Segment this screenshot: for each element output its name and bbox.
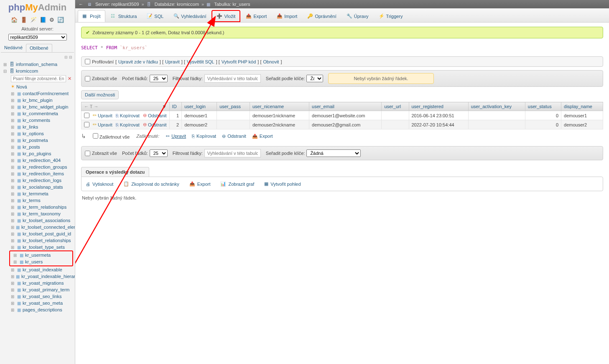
query-icon[interactable]: 🪄 <box>30 17 37 23</box>
tab-browse[interactable]: ▦Projít <box>78 10 105 22</box>
col-user-login[interactable]: user_login <box>182 102 217 111</box>
row-copy[interactable]: ⎘Kopírovat <box>116 122 140 127</box>
tab-sql[interactable]: 📝SQL <box>142 10 168 22</box>
row-count-select[interactable]: 25 <box>150 75 168 82</box>
docs-icon[interactable]: 📘 <box>40 17 46 23</box>
op-chart[interactable]: 📊Zobrazit graf <box>220 181 254 187</box>
profiling-checkbox[interactable] <box>85 59 90 64</box>
tab-search[interactable]: 🔍Vyhledávání <box>169 10 211 22</box>
back-icon[interactable]: ← <box>79 2 83 7</box>
table-pages_descriptions[interactable]: ⊞▦pages_descriptions <box>8 306 75 313</box>
recent-tab[interactable]: Nedávné <box>1 44 26 52</box>
table-kr_posts[interactable]: ⊞▦kr_posts <box>8 144 75 150</box>
tab-privileges[interactable]: 🔑Oprávnění <box>303 10 341 22</box>
check-all-checkbox[interactable] <box>93 133 98 139</box>
table-kr_yoast_seo_meta[interactable]: ⊞▦kr_yoast_seo_meta <box>8 300 75 306</box>
table-kr_toolset_associations[interactable]: ⊞▦kr_toolset_associations <box>8 217 75 224</box>
bc-table[interactable]: Tabulka: kr_users <box>214 2 250 7</box>
op-print[interactable]: 🖨Vytisknout <box>86 181 113 187</box>
row-checkbox[interactable] <box>84 122 89 127</box>
explain-link[interactable]: Vysvětlit SQL <box>187 59 214 64</box>
table-contactFormIncrement[interactable]: ⊞▦contactFormIncrement <box>8 90 75 97</box>
table-kr_yoast_seo_links[interactable]: ⊞▦kr_yoast_seo_links <box>8 293 75 300</box>
col-user-activation-key[interactable]: user_activation_key <box>468 102 525 111</box>
row-edit[interactable]: ✏Upravit <box>93 113 112 118</box>
tab-operations[interactable]: 🔧Úpravy <box>342 10 373 22</box>
home-icon[interactable]: 🏠 <box>11 17 18 23</box>
table-kr_redirection_logs[interactable]: ⊞▦kr_redirection_logs <box>8 177 75 184</box>
sort-select-bottom[interactable]: Žádná <box>306 149 361 157</box>
tab-export[interactable]: 📤Export <box>241 10 271 22</box>
table-kr_redirection_groups[interactable]: ⊞▦kr_redirection_groups <box>8 164 75 170</box>
tab-insert[interactable]: ➕Vložit <box>211 10 240 22</box>
tab-structure[interactable]: ☷Struktura <box>106 10 142 22</box>
bulk-export[interactable]: 📤Export <box>252 134 273 139</box>
php-link[interactable]: Vytvořit PHP kód <box>222 59 256 64</box>
settings-icon[interactable]: ⚙ <box>49 17 54 23</box>
table-kr_yoast_migrations[interactable]: ⊞▦kr_yoast_migrations <box>8 280 75 286</box>
table-kr_bmc_widget_plugin[interactable]: ⊞▦kr_bmc_widget_plugin <box>8 104 75 110</box>
more-options-link[interactable]: Další možnosti <box>81 90 119 99</box>
clear-filter-icon[interactable]: ✕ <box>68 76 71 81</box>
table-kr_toolset_post_guid_id[interactable]: ⊞▦kr_toolset_post_guid_id <box>8 230 75 237</box>
col-display-name[interactable]: display_name <box>561 102 603 111</box>
table-kr_comments[interactable]: ⊞▦kr_comments <box>8 117 75 124</box>
filter-input[interactable] <box>204 74 261 83</box>
col-user-pass[interactable]: user_pass <box>217 102 250 111</box>
db-kromiccom[interactable]: ⊟ 🗄 kromiccom <box>0 68 75 74</box>
table-kr_po_plugins[interactable]: ⊞▦kr_po_plugins <box>8 150 75 157</box>
collapse-icons[interactable]: ⊟ ⊟ <box>0 54 75 60</box>
bulk-delete[interactable]: ⊖Odstranit <box>222 134 246 139</box>
op-view[interactable]: ▦Vytvořit pohled <box>264 181 301 187</box>
table-kr_links[interactable]: ⊞▦kr_links <box>8 124 75 130</box>
edit-link[interactable]: Upravit <box>165 59 180 64</box>
table-kr_toolset_connected_elemen[interactable]: ⊞▦kr_toolset_connected_elemen <box>8 224 75 230</box>
row-delete[interactable]: ⊖Odstranit <box>143 122 167 127</box>
row-edit[interactable]: ✏Upravit <box>93 122 112 127</box>
show-all-checkbox-bottom[interactable] <box>85 151 90 156</box>
favorites-tab[interactable]: Oblíbené <box>26 44 52 52</box>
col-user-registered[interactable]: user_registered <box>409 102 468 111</box>
bc-db[interactable]: Databáze: kromiccom <box>155 2 199 7</box>
server-select[interactable]: replikant3509 <box>8 34 67 40</box>
table-kr_usermeta[interactable]: ⊞▦kr_usermeta <box>10 252 72 258</box>
col-user-url[interactable]: user_url <box>382 102 409 111</box>
row-delete[interactable]: ⊖Odstranit <box>143 113 167 118</box>
filter-input-bottom[interactable] <box>204 149 261 157</box>
logo[interactable]: phpMyAdmin <box>0 0 75 15</box>
row-count-select-bottom[interactable]: 25 <box>150 149 168 157</box>
bulk-copy[interactable]: ⎘Kopírovat <box>192 134 216 139</box>
logout-icon[interactable]: 🚪 <box>20 17 27 23</box>
bc-server[interactable]: Server: replikant3509 <box>95 2 139 7</box>
bulk-edit[interactable]: ✏Upravit <box>166 134 186 139</box>
op-clipboard[interactable]: 📋Zkopírovat do schránky <box>123 181 179 187</box>
table-kr_yoast_primary_term[interactable]: ⊞▦kr_yoast_primary_term <box>8 286 75 293</box>
table-kr_postmeta[interactable]: ⊞▦kr_postmeta <box>8 137 75 144</box>
table-kr_yoast_indexable_hierarchy[interactable]: ⊞▦kr_yoast_indexable_hierarchy <box>8 273 75 280</box>
table-kr_bmc_plugin[interactable]: ⊞▦kr_bmc_plugin <box>8 97 75 104</box>
db-information-schema[interactable]: ⊞ 🗄 information_schema <box>0 61 75 68</box>
tab-triggers[interactable]: ⚡Triggery <box>374 10 408 22</box>
op-export[interactable]: 📤Export <box>189 181 211 187</box>
table-kr_toolset_relationships[interactable]: ⊞▦kr_toolset_relationships <box>8 237 75 244</box>
refresh-link[interactable]: Obnovit <box>263 59 279 64</box>
table-kr_commentmeta[interactable]: ⊞▦kr_commentmeta <box>8 110 75 117</box>
row-copy[interactable]: ⎘Kopírovat <box>116 113 140 118</box>
col-user-nicename[interactable]: user_nicename <box>250 102 309 111</box>
edit-inline-link[interactable]: Upravit zde v řádku <box>118 59 158 64</box>
show-all-checkbox[interactable] <box>85 76 90 81</box>
table-kr_term_taxonomy[interactable]: ⊞▦kr_term_taxonomy <box>8 210 75 217</box>
row-checkbox[interactable] <box>84 113 89 118</box>
table-kr_toolset_type_sets[interactable]: ⊞▦kr_toolset_type_sets <box>8 244 75 250</box>
tab-import[interactable]: 📥Import <box>272 10 302 22</box>
table-kr_redirection_items[interactable]: ⊞▦kr_redirection_items <box>8 170 75 177</box>
table-filter-input[interactable] <box>11 75 66 82</box>
sort-select-top[interactable]: Žádná <box>306 75 323 82</box>
table-kr_socialsnap_stats[interactable]: ⊞▦kr_socialsnap_stats <box>8 184 75 190</box>
table-kr_yoast_indexable[interactable]: ⊞▦kr_yoast_indexable <box>8 266 75 273</box>
table-kr_terms[interactable]: ⊞▦kr_terms <box>8 197 75 204</box>
table-kr_termmeta[interactable]: ⊞▦kr_termmeta <box>8 190 75 197</box>
col-id[interactable]: ID <box>169 102 182 111</box>
table-kr_term_relationships[interactable]: ⊞▦kr_term_relationships <box>8 204 75 210</box>
col-user-email[interactable]: user_email <box>309 102 382 111</box>
